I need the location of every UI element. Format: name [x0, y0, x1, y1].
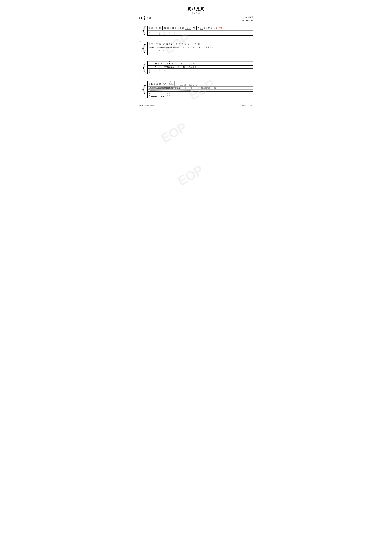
- time-sig: 4 4: [144, 16, 145, 20]
- note: i·: [173, 43, 173, 46]
- note: 2: [216, 26, 217, 30]
- note: i·: [167, 82, 167, 86]
- bass-1: 6 4· – 6 4· –: [148, 30, 253, 36]
- watermark-4: EOP: [175, 162, 206, 185]
- slur-row: [148, 89, 253, 91]
- note: i·: [192, 26, 192, 30]
- bass-chord: 4 1·: [169, 31, 171, 35]
- note: 7: [195, 43, 196, 46]
- note: 3·: [159, 26, 160, 30]
- bass-measure-2: 6 3· – 5 2· –: [159, 31, 167, 35]
- note: i·: [169, 62, 170, 65]
- note: i·: [188, 62, 188, 65]
- note: 2: [164, 26, 165, 30]
- main-title: 真相是真: [139, 7, 253, 12]
- note: 2·: [185, 62, 186, 65]
- bass-m6: 5 3· – 5 3· –: [158, 50, 167, 54]
- lyrics-4: 是 他 陪 我 流 血 破 皮 陪 我 失 眠 时: [148, 87, 253, 89]
- measure-1-3: 1 6 i· 6 1 6 1 4 i· 7 6: [178, 26, 196, 30]
- note: 2: [151, 43, 152, 46]
- note: 3: [181, 62, 182, 65]
- barline: [175, 43, 175, 46]
- section-4: (9) { 3 2 3 2 3 2 3: [139, 78, 253, 98]
- treble-staff-4: 3 2 3 2 3 2 3 6 3 6 6: [148, 81, 253, 87]
- note: 2: [157, 82, 158, 86]
- lm9: 是 他 陪 我 流 血 破 皮 陪 我 失 眠 时: [149, 87, 181, 89]
- note: 1: [160, 26, 161, 30]
- header-info: 1=E 4 4 ♩=64 人人钢琴网 EveryonePiano: [139, 16, 253, 22]
- section-4-label: (9): [139, 78, 253, 80]
- bass-chord: 6 4·: [154, 31, 155, 35]
- barline: [162, 26, 163, 30]
- note: 1: [151, 26, 152, 30]
- tie: ⌢: [209, 27, 210, 28]
- section-1: (1) { 3 1 3· 1 3 1: [139, 23, 253, 36]
- note: 2: [207, 26, 208, 30]
- barline: [196, 26, 197, 30]
- treble-4: 3 2 3 2 3 2 3 6 3 6 6: [148, 81, 253, 90]
- brace-1: {: [142, 26, 147, 36]
- bass-m7: 5 2· – 5 2· –: [149, 69, 157, 73]
- note: 2: [168, 26, 169, 30]
- tempo-label: ♩=64: [146, 17, 151, 19]
- bass-m10: 3 3· · – – 3 3· ·: [158, 92, 171, 98]
- barline: [158, 31, 158, 35]
- staves-1: 3 1 3· 1 3 1 3· 1 2: [147, 26, 253, 36]
- staves-2: 3 2 3 2 3 2 3 6 3 6: [147, 42, 253, 55]
- bass-3: 5 2· – 5 2· –: [148, 68, 253, 74]
- tie-group2: ⌢ 7: [191, 81, 192, 86]
- note: 5·: [196, 83, 197, 86]
- note: 5: [175, 62, 176, 65]
- note: 2·: [176, 83, 177, 86]
- bass-top: 6: [149, 31, 150, 33]
- bass-bot: 4·: [149, 33, 150, 35]
- bass-staff-2: 4 – – – 5 3· – 5 3·: [148, 49, 253, 55]
- lm8: 光 的 疯 狂 梦 境: [177, 66, 197, 68]
- note: 2: [157, 43, 158, 46]
- note: i·: [193, 43, 193, 46]
- note: 6: [194, 26, 195, 30]
- bass-chord: 4 1·: [174, 31, 175, 35]
- barline: [168, 31, 168, 35]
- title-section: 真相是真 The Truth: [139, 7, 253, 15]
- barline: [178, 31, 178, 35]
- note: 5: [179, 43, 180, 46]
- note: 7: [167, 62, 168, 65]
- note: i·: [171, 82, 172, 86]
- note: 5: [199, 43, 200, 46]
- bass-measure-1: 6 4· – 6 4· –: [149, 31, 157, 35]
- m7: 5· ⌢ 4 4 0 0·: [149, 62, 173, 65]
- bass-4: 4 4· · – – – 3 3· ·: [148, 89, 253, 98]
- note: 6: [165, 82, 166, 86]
- note: 5: [191, 62, 192, 65]
- note: 1 6 1 4: [185, 26, 191, 30]
- note: 0: [184, 83, 185, 86]
- note: 5: [171, 62, 173, 65]
- m6: 7 5 5 4 0 · i·: [176, 43, 201, 46]
- footer-website: EveryonePiano.com: [139, 104, 154, 106]
- source2: EveryonePiano: [242, 19, 253, 22]
- note: 6: [180, 26, 181, 30]
- bass-staff-3: 5 2· – 5 2· –: [148, 68, 253, 74]
- bass-chord: 5 2·: [149, 69, 150, 73]
- note: 3: [156, 43, 157, 46]
- note: 7: [190, 62, 191, 65]
- staves-3: 5· ⌢ 4 4 0 0·: [147, 61, 253, 74]
- note: 1: [214, 26, 215, 30]
- lm6: 让 我 沉 迷 我 身 边 只 他: [182, 46, 214, 49]
- note: 7: [198, 26, 199, 30]
- lyric-end-1: 我给: [219, 27, 222, 29]
- note: 2: [204, 26, 205, 30]
- staves-4: 3 2 3 2 3 2 3 6 3 6 6: [147, 81, 253, 98]
- note: 7: [189, 83, 190, 86]
- bass-chord: 5 3·: [159, 50, 160, 54]
- m9: 3 2 3 2 3 2 3 6 3 6 6: [149, 82, 174, 86]
- brace-2: {: [142, 42, 147, 55]
- note: 3: [152, 43, 153, 46]
- barline: [177, 26, 177, 30]
- note: i·: [188, 83, 188, 86]
- key-label: 1=E: [139, 17, 143, 19]
- bass-measure-3: 4 1· – 4 1· –: [169, 31, 178, 35]
- note: 3·: [152, 26, 153, 30]
- note: 7: [198, 43, 199, 46]
